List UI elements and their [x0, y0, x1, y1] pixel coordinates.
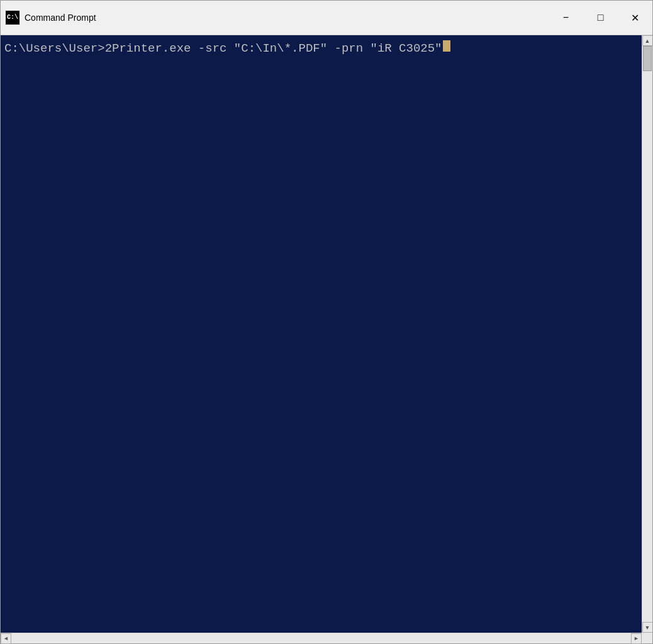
- cmd-icon-text: C:\: [7, 14, 18, 21]
- minimize-button[interactable]: −: [549, 1, 583, 35]
- maximize-button[interactable]: □: [583, 1, 618, 35]
- cmd-icon: C:\: [6, 11, 20, 25]
- command-text: C:\Users\User>2Printer.exe -src "C:\In\*…: [4, 42, 442, 55]
- scroll-track-vertical[interactable]: [642, 46, 652, 622]
- scroll-left-button[interactable]: ◄: [1, 633, 11, 644]
- content-area: C:\Users\User>2Printer.exe -src "C:\In\*…: [1, 35, 652, 633]
- scroll-right-button[interactable]: ►: [631, 633, 642, 644]
- horizontal-scrollbar: ◄ ►: [1, 633, 642, 643]
- vertical-scrollbar: ▲ ▼: [642, 35, 652, 633]
- title-bar: C:\ Command Prompt − □ ✕: [1, 1, 652, 35]
- title-bar-left: C:\ Command Prompt: [6, 11, 96, 25]
- scroll-up-button[interactable]: ▲: [642, 35, 653, 46]
- scrollbar-corner: [642, 633, 652, 643]
- scroll-track-horizontal[interactable]: [11, 633, 631, 643]
- close-button[interactable]: ✕: [618, 1, 652, 35]
- cursor: [443, 40, 450, 52]
- bottom-row: ◄ ►: [1, 633, 652, 643]
- command-line: C:\Users\User>2Printer.exe -src "C:\In\*…: [4, 40, 638, 55]
- terminal[interactable]: C:\Users\User>2Printer.exe -src "C:\In\*…: [1, 35, 642, 633]
- scroll-down-button[interactable]: ▼: [642, 622, 653, 633]
- title-bar-controls: − □ ✕: [549, 1, 652, 35]
- window: C:\ Command Prompt − □ ✕ C:\Users\User>2…: [0, 0, 653, 644]
- scroll-thumb-vertical[interactable]: [643, 46, 652, 71]
- window-title: Command Prompt: [25, 13, 96, 23]
